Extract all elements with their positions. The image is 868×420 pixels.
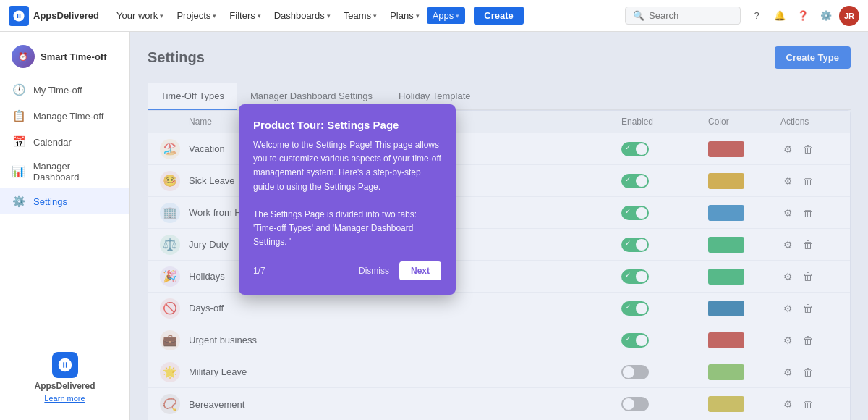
- sidebar-label-settings: Settings: [33, 196, 67, 207]
- notifications-icon[interactable]: 🔔: [770, 6, 790, 26]
- create-button[interactable]: Create: [474, 7, 523, 25]
- help-circle-icon[interactable]: ?: [746, 6, 767, 26]
- chevron-icon: ▾: [213, 12, 216, 20]
- user-avatar[interactable]: JR: [839, 6, 859, 26]
- chart-icon: 📊: [12, 164, 26, 179]
- layout: ⏰ Smart Time-off 🕐 My Time-off 📋 Manage …: [0, 32, 868, 420]
- nav-icons: ? 🔔 ❓ ⚙️ JR: [746, 6, 859, 26]
- sidebar-label-manage-timeoff: Manage Time-off: [33, 111, 103, 122]
- chevron-icon: ▾: [258, 12, 261, 20]
- nav-apps[interactable]: Apps ▾: [427, 7, 466, 24]
- chevron-icon: ▾: [327, 12, 331, 20]
- gear-icon: ⚙️: [12, 194, 26, 209]
- sidebar-app-name: Smart Time-off: [41, 51, 107, 62]
- sidebar: ⏰ Smart Time-off 🕐 My Time-off 📋 Manage …: [0, 32, 130, 420]
- sidebar-item-settings[interactable]: ⚙️ Settings: [0, 188, 129, 214]
- logo-icon: [9, 6, 29, 26]
- chevron-icon: ▾: [416, 12, 420, 20]
- sidebar-app-icon: ⏰: [12, 45, 35, 68]
- settings-icon[interactable]: ⚙️: [816, 6, 836, 26]
- search-icon: 🔍: [633, 10, 644, 21]
- calendar-icon: 📅: [12, 135, 26, 149]
- chevron-icon: ▾: [456, 12, 459, 20]
- main-content: Settings Create Type Time-Off Types Mana…: [130, 32, 868, 420]
- tour-actions: Dismiss Next: [354, 261, 441, 280]
- learn-more-link[interactable]: Learn more: [44, 394, 85, 403]
- tour-title: Product Tour: Settings Page: [253, 119, 441, 131]
- product-tour-popover: Product Tour: Settings Page Welcome to t…: [239, 104, 456, 295]
- sidebar-item-manage-timeoff[interactable]: 📋 Manage Time-off: [0, 103, 129, 129]
- nav-teams[interactable]: Teams ▾: [338, 7, 383, 24]
- chevron-icon: ▾: [373, 12, 377, 20]
- tour-next-button[interactable]: Next: [399, 261, 441, 280]
- tour-dismiss-button[interactable]: Dismiss: [354, 261, 393, 280]
- sidebar-label-calendar: Calendar: [33, 137, 72, 148]
- footer-brand-label: AppsDelivered: [34, 381, 95, 391]
- sidebar-footer: AppsDelivered Learn more: [0, 343, 129, 411]
- nav-logo[interactable]: AppsDelivered: [9, 6, 99, 26]
- search-bar[interactable]: 🔍: [625, 7, 741, 25]
- tour-footer: 1/7 Dismiss Next: [253, 261, 441, 280]
- sidebar-item-my-timeoff[interactable]: 🕐 My Time-off: [0, 77, 129, 103]
- footer-logo-icon: [52, 352, 78, 378]
- tour-body-1: Welcome to the Settings Page! This page …: [253, 138, 441, 194]
- chevron-icon: ▾: [160, 12, 163, 20]
- nav-plans[interactable]: Plans ▾: [384, 7, 425, 24]
- nav-filters[interactable]: Filters ▾: [224, 7, 266, 24]
- sidebar-label-manager-dashboard: Manager Dashboard: [33, 161, 118, 182]
- sidebar-item-manager-dashboard[interactable]: 📊 Manager Dashboard: [0, 155, 129, 188]
- nav-your-work[interactable]: Your work ▾: [111, 7, 169, 24]
- tour-body-2: The Settings Page is divided into two ta…: [253, 208, 441, 250]
- sidebar-label-my-timeoff: My Time-off: [33, 85, 82, 96]
- sidebar-item-calendar[interactable]: 📅 Calendar: [0, 129, 129, 155]
- tour-progress: 1/7: [253, 266, 265, 276]
- nav-projects[interactable]: Projects ▾: [171, 7, 222, 24]
- nav-dashboards[interactable]: Dashboards ▾: [268, 7, 336, 24]
- tour-body: Welcome to the Settings Page! This page …: [253, 138, 441, 250]
- nav-brand-label: AppsDelivered: [33, 10, 99, 21]
- clock-icon: 🕐: [12, 83, 26, 97]
- clipboard-icon: 📋: [12, 109, 26, 123]
- search-input[interactable]: [649, 10, 733, 21]
- sidebar-header: ⏰ Smart Time-off: [0, 41, 129, 77]
- question-icon[interactable]: ❓: [793, 6, 813, 26]
- nav-items: Your work ▾ Projects ▾ Filters ▾ Dashboa…: [111, 7, 465, 24]
- top-nav: AppsDelivered Your work ▾ Projects ▾ Fil…: [0, 0, 868, 32]
